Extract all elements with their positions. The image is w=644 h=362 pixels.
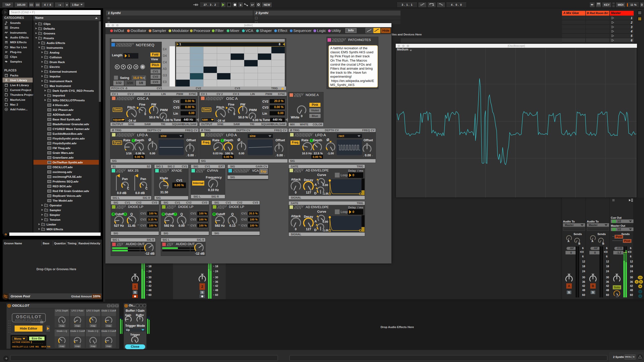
svg-text:S: S — [636, 281, 637, 283]
svg-text:I-O: I-O — [639, 277, 641, 279]
svg-text:D: D — [639, 291, 641, 293]
svg-text:R: R — [142, 65, 144, 69]
svg-text:M: M — [639, 285, 641, 288]
svg-text:R: R — [640, 281, 642, 283]
svg-text:X: X — [639, 295, 641, 297]
